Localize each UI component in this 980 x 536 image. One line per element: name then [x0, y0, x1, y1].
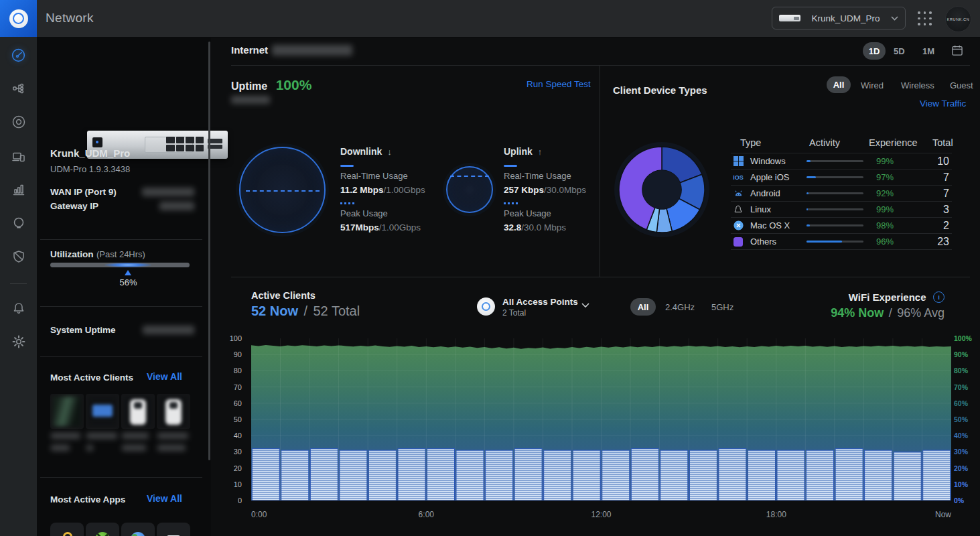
app-tile-web[interactable] — [121, 523, 155, 536]
client-type-row[interactable]: Android 92% 7 — [731, 186, 952, 202]
nav-unifi-devices[interactable] — [0, 108, 37, 136]
time-range-1m[interactable]: 1M — [922, 46, 934, 56]
client-type-row[interactable]: iOS Apple iOS 97% 7 — [731, 170, 952, 186]
macosx-icon — [732, 220, 744, 231]
column-header-type: Type — [740, 137, 761, 148]
time-range-5d[interactable]: 5D — [894, 46, 905, 56]
downlink-realtime-value: 11.2 Mbps/1.00Gbps — [340, 184, 425, 196]
total-value: 23 — [907, 236, 952, 248]
right-axis-tick: 60% — [954, 399, 968, 407]
x-axis-tick: Now — [935, 510, 951, 519]
realtime-legend-icon — [504, 165, 517, 167]
x-axis-tick: 0:00 — [251, 510, 267, 519]
band-tab-24ghz[interactable]: 2.4GHz — [665, 302, 695, 312]
downlink-peak-value: 517Mbps/1.00Gbps — [340, 221, 421, 233]
nav-threat-management[interactable] — [0, 243, 37, 271]
left-axis-tick: 40 — [234, 431, 242, 440]
section-divider — [231, 65, 970, 66]
total-value: 2 — [907, 220, 952, 232]
client-type-row[interactable]: Windows 99% 10 — [731, 153, 952, 170]
nav-clients[interactable] — [0, 143, 37, 171]
topology-icon — [11, 80, 27, 96]
band-tab-5ghz[interactable]: 5GHz — [711, 302, 733, 312]
calendar-button[interactable] — [951, 44, 964, 60]
app-tile-xbox[interactable] — [86, 523, 119, 536]
topbar: Network Krunk_UDM_Pro KRUNK.CN — [0, 0, 980, 38]
chevron-down-icon — [891, 16, 898, 21]
left-axis-tick: 10 — [234, 480, 242, 488]
account-avatar[interactable]: KRUNK.CN — [945, 6, 971, 32]
left-axis-tick: 20 — [234, 464, 242, 472]
app-tile-secure-traffic[interactable] — [50, 523, 84, 536]
downlink-header: Downlink↓ — [340, 145, 392, 157]
others-icon — [732, 237, 744, 247]
system-uptime-label: System Uptime — [50, 325, 116, 335]
redacted-uptime-detail — [231, 96, 270, 104]
active-clients-count: 52 Now / 52 Total — [251, 304, 360, 319]
redacted-isp-name — [272, 45, 352, 56]
total-value: 10 — [907, 155, 952, 168]
time-range-1d[interactable]: 1D — [863, 42, 886, 60]
view-traffic-link[interactable]: View Traffic — [920, 98, 966, 109]
redacted-system-uptime — [143, 326, 194, 334]
left-axis-tick: 60 — [234, 399, 242, 407]
app-title: Network — [46, 11, 94, 25]
nav-dashboard[interactable] — [0, 41, 37, 69]
client-types-tab-wireless[interactable]: Wireless — [901, 80, 934, 90]
nav-notifications[interactable] — [0, 294, 37, 322]
total-value: 7 — [907, 188, 952, 200]
left-axis-tick: 50 — [234, 415, 242, 423]
downlink-peak-label: Peak Usage — [340, 208, 388, 218]
ap-selector-label: All Access Points — [502, 297, 578, 307]
client-type-row[interactable]: Linux 99% 3 — [731, 202, 952, 218]
ubiquiti-logo-icon[interactable] — [0, 0, 37, 37]
app-tile-downloads[interactable] — [157, 523, 190, 536]
column-header-activity: Activity — [809, 137, 840, 148]
activity-bar — [807, 160, 863, 162]
client-type-row[interactable]: Others 96% 23 — [731, 234, 952, 250]
nav-insights[interactable] — [0, 209, 37, 237]
os-name: Linux — [750, 204, 807, 214]
right-axis-tick: 30% — [954, 448, 968, 456]
utilization-bar: 56% — [50, 263, 190, 292]
nav-topology[interactable] — [0, 74, 37, 103]
apps-grid-button[interactable] — [918, 11, 932, 26]
client-type-row[interactable]: Mac OS X 98% 2 — [731, 218, 952, 234]
client-types-tab-all[interactable]: All — [827, 76, 851, 93]
redacted-gateway-ip — [159, 202, 194, 210]
left-axis-tick: 0 — [238, 496, 242, 505]
panel-divider — [40, 239, 202, 240]
left-axis-tick: 30 — [234, 448, 242, 456]
wan-ip-label: WAN IP (Port 9) — [50, 187, 117, 197]
right-axis-tick: 80% — [954, 366, 968, 375]
client-device-types-title: Client Device Types — [613, 84, 707, 96]
left-axis: 0102030405060708090100 — [0, 338, 247, 500]
xbox-icon — [95, 532, 110, 536]
uplink-peak-marker — [450, 176, 489, 177]
unifi-device-icon — [11, 114, 27, 130]
device-selector-dropdown[interactable]: Krunk_UDM_Pro — [772, 7, 906, 29]
bell-icon — [11, 300, 27, 316]
linux-icon — [732, 204, 744, 215]
clients-experience-chart — [251, 338, 951, 500]
run-speed-test-link[interactable]: Run Speed Test — [527, 79, 591, 89]
right-axis-tick: 50% — [954, 415, 968, 423]
client-types-tab-guest[interactable]: Guest — [950, 80, 973, 90]
uptime-block: Uptime 100% — [231, 77, 311, 93]
android-icon — [732, 188, 744, 199]
apple-ios-icon: iOS — [732, 172, 744, 183]
info-icon[interactable]: i — [933, 291, 944, 303]
band-tab-all[interactable]: All — [630, 298, 656, 316]
nav-statistics[interactable] — [0, 176, 37, 204]
right-axis-tick: 100% — [954, 334, 972, 342]
client-types-tab-wired[interactable]: Wired — [861, 80, 884, 90]
uplink-peak-label: Peak Usage — [504, 208, 551, 218]
device-model: UDM-Pro 1.9.3.3438 — [50, 164, 130, 174]
experience-value: 92% — [876, 188, 907, 198]
left-axis-tick: 80 — [234, 366, 242, 375]
insights-bulb-icon — [11, 215, 27, 231]
x-axis-tick: 18:00 — [766, 510, 786, 519]
right-axis-tick: 70% — [954, 383, 968, 391]
utilization-marker-icon — [125, 270, 131, 275]
column-header-total: Total — [932, 137, 953, 148]
